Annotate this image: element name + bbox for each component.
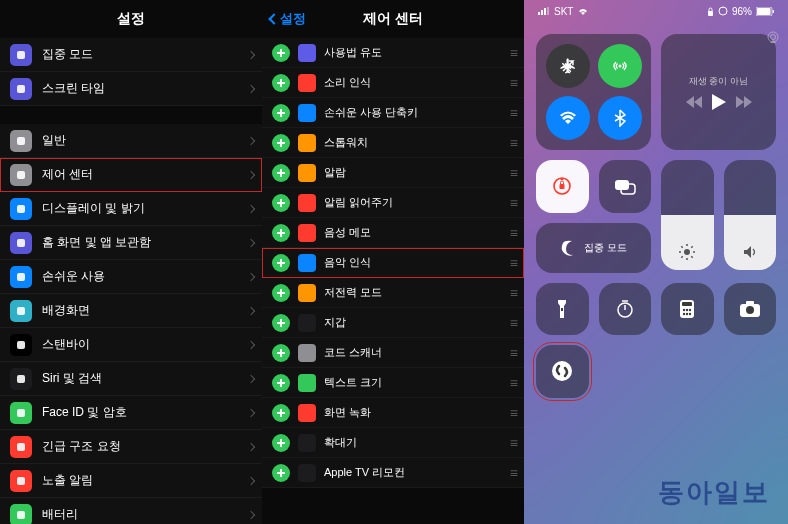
svg-point-26 bbox=[771, 35, 776, 40]
drag-handle-icon[interactable]: ≡ bbox=[510, 45, 516, 61]
camera-tile[interactable] bbox=[724, 283, 777, 336]
add-button[interactable] bbox=[272, 344, 290, 362]
control-label: 사용법 유도 bbox=[324, 45, 382, 60]
play-button[interactable] bbox=[712, 94, 726, 110]
wifi-toggle[interactable] bbox=[546, 96, 590, 140]
drag-handle-icon[interactable]: ≡ bbox=[510, 435, 516, 451]
brightness-slider[interactable] bbox=[661, 160, 714, 270]
settings-row[interactable]: 디스플레이 및 밝기 bbox=[0, 192, 262, 226]
svg-line-36 bbox=[682, 246, 683, 247]
drag-handle-icon[interactable]: ≡ bbox=[510, 285, 516, 301]
control-row[interactable]: 스톱워치≡ bbox=[262, 128, 524, 158]
settings-row[interactable]: 배터리 bbox=[0, 498, 262, 524]
settings-row[interactable]: 스탠바이 bbox=[0, 328, 262, 362]
drag-handle-icon[interactable]: ≡ bbox=[510, 75, 516, 91]
add-button[interactable] bbox=[272, 44, 290, 62]
add-button[interactable] bbox=[272, 434, 290, 452]
add-button[interactable] bbox=[272, 404, 290, 422]
drag-handle-icon[interactable]: ≡ bbox=[510, 135, 516, 151]
add-button[interactable] bbox=[272, 224, 290, 242]
drag-handle-icon[interactable]: ≡ bbox=[510, 405, 516, 421]
control-row[interactable]: 알람≡ bbox=[262, 158, 524, 188]
settings-row[interactable]: 노출 알림 bbox=[0, 464, 262, 498]
orientation-lock-tile[interactable] bbox=[536, 160, 589, 213]
bluetooth-toggle[interactable] bbox=[598, 96, 642, 140]
row-label: 일반 bbox=[42, 132, 248, 149]
control-row[interactable]: 코드 스캐너≡ bbox=[262, 338, 524, 368]
battery-percent: 96% bbox=[732, 6, 752, 17]
add-button[interactable] bbox=[272, 104, 290, 122]
control-row[interactable]: 텍스트 크기≡ bbox=[262, 368, 524, 398]
screen-mirror-tile[interactable] bbox=[599, 160, 652, 213]
cellular-data-toggle[interactable] bbox=[598, 44, 642, 88]
control-row[interactable]: 소리 인식≡ bbox=[262, 68, 524, 98]
settings-row[interactable]: 집중 모드 bbox=[0, 38, 262, 72]
control-row[interactable]: 저전력 모드≡ bbox=[262, 278, 524, 308]
add-button[interactable] bbox=[272, 194, 290, 212]
add-button[interactable] bbox=[272, 374, 290, 392]
add-button[interactable] bbox=[272, 164, 290, 182]
sos-icon bbox=[10, 436, 32, 458]
back-button[interactable]: 설정 bbox=[270, 10, 306, 28]
now-playing-card[interactable]: 재생 중이 아님 bbox=[661, 34, 776, 150]
settings-row[interactable]: Face ID 및 암호 bbox=[0, 396, 262, 430]
control-row[interactable]: 사용법 유도≡ bbox=[262, 38, 524, 68]
add-button[interactable] bbox=[272, 464, 290, 482]
hourglass-icon bbox=[10, 78, 32, 100]
add-button[interactable] bbox=[272, 314, 290, 332]
settings-row[interactable]: 홈 화면 및 앱 보관함 bbox=[0, 226, 262, 260]
row-label: 홈 화면 및 앱 보관함 bbox=[42, 234, 248, 251]
drag-handle-icon[interactable]: ≡ bbox=[510, 345, 516, 361]
next-track-button[interactable] bbox=[736, 96, 752, 108]
focus-tile[interactable]: 집중 모드 bbox=[536, 223, 651, 273]
control-row[interactable]: 손쉬운 사용 단축키≡ bbox=[262, 98, 524, 128]
control-label: 확대기 bbox=[324, 435, 357, 450]
add-button[interactable] bbox=[272, 254, 290, 272]
display-icon bbox=[10, 198, 32, 220]
control-icon bbox=[298, 164, 316, 182]
timer-tile[interactable] bbox=[599, 283, 652, 336]
settings-row[interactable]: Siri 및 검색 bbox=[0, 362, 262, 396]
control-row[interactable]: 지갑≡ bbox=[262, 308, 524, 338]
flashlight-tile[interactable] bbox=[536, 283, 589, 336]
volume-slider[interactable] bbox=[724, 160, 777, 270]
control-icon bbox=[298, 434, 316, 452]
drag-handle-icon[interactable]: ≡ bbox=[510, 105, 516, 121]
page-title: 설정 bbox=[117, 10, 145, 28]
control-row[interactable]: 알림 읽어주기≡ bbox=[262, 188, 524, 218]
settings-row[interactable]: 배경화면 bbox=[0, 294, 262, 328]
svg-line-37 bbox=[692, 256, 693, 257]
control-row[interactable]: 음악 인식≡ bbox=[262, 248, 524, 278]
settings-row[interactable]: 스크린 타임 bbox=[0, 72, 262, 106]
prev-track-button[interactable] bbox=[686, 96, 702, 108]
airplane-mode-toggle[interactable] bbox=[546, 44, 590, 88]
add-button[interactable] bbox=[272, 134, 290, 152]
calculator-tile[interactable] bbox=[661, 283, 714, 336]
control-row[interactable]: Apple TV 리모컨≡ bbox=[262, 458, 524, 488]
settings-row[interactable]: 일반 bbox=[0, 124, 262, 158]
drag-handle-icon[interactable]: ≡ bbox=[510, 225, 516, 241]
drag-handle-icon[interactable]: ≡ bbox=[510, 465, 516, 481]
drag-handle-icon[interactable]: ≡ bbox=[510, 195, 516, 211]
settings-row[interactable]: 손쉬운 사용 bbox=[0, 260, 262, 294]
add-button[interactable] bbox=[272, 284, 290, 302]
svg-point-55 bbox=[552, 361, 572, 381]
chevron-right-icon bbox=[247, 442, 255, 450]
svg-rect-3 bbox=[17, 171, 25, 179]
settings-row[interactable]: 제어 센터 bbox=[0, 158, 262, 192]
settings-row[interactable]: 긴급 구조 요청 bbox=[0, 430, 262, 464]
connectivity-card[interactable] bbox=[536, 34, 651, 150]
drag-handle-icon[interactable]: ≡ bbox=[510, 375, 516, 391]
control-row[interactable]: 음성 메모≡ bbox=[262, 218, 524, 248]
drag-handle-icon[interactable]: ≡ bbox=[510, 165, 516, 181]
drag-handle-icon[interactable]: ≡ bbox=[510, 255, 516, 271]
moon-icon bbox=[560, 239, 578, 257]
control-icon bbox=[298, 44, 316, 62]
drag-handle-icon[interactable]: ≡ bbox=[510, 315, 516, 331]
music-recognition-tile[interactable] bbox=[536, 345, 589, 398]
control-row[interactable]: 화면 녹화≡ bbox=[262, 398, 524, 428]
add-button[interactable] bbox=[272, 74, 290, 92]
svg-rect-9 bbox=[17, 375, 25, 383]
svg-point-24 bbox=[618, 65, 621, 68]
control-row[interactable]: 확대기≡ bbox=[262, 428, 524, 458]
